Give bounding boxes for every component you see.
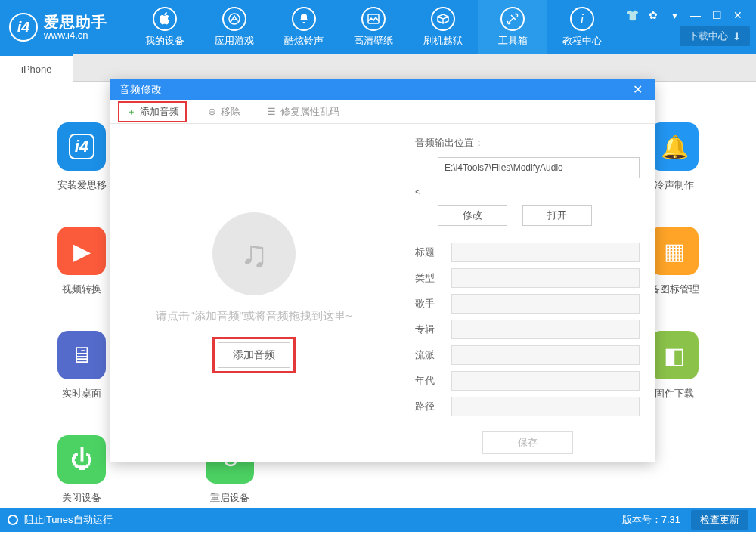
add-file-icon: ＋ <box>125 107 136 117</box>
drop-area[interactable]: ♫ 请点击"添加音频"或将音频拖拽到这里~ 添加音频 <box>110 124 398 462</box>
logo-text: 爱思助手 www.i4.cn <box>44 14 107 41</box>
tool-label: 重启设备 <box>210 491 249 505</box>
logo-icon: i4 <box>9 13 38 42</box>
drop-hint-text: 请点击"添加音频"或将音频拖拽到这里~ <box>156 309 352 323</box>
fix-label: 修复属性乱码 <box>280 105 339 119</box>
remove-icon: ⊖ <box>206 107 217 117</box>
appstore-icon <box>222 7 246 31</box>
tool-label: 备图标管理 <box>650 283 699 296</box>
logo-url: www.i4.cn <box>44 30 107 41</box>
maximize-icon[interactable]: ☐ <box>709 8 724 22</box>
tabs-bar: iPhone <box>0 54 756 82</box>
modify-path-button[interactable]: 修改 <box>438 205 507 226</box>
info-icon: i <box>570 7 594 31</box>
music-note-icon: ♫ <box>212 212 296 295</box>
field-path: 路径 <box>415 397 640 416</box>
tab-iphone[interactable]: iPhone <box>0 54 73 82</box>
download-center-button[interactable]: 下载中心 ⬇ <box>680 26 750 46</box>
field-label: 年代 <box>415 374 441 388</box>
audio-modify-dialog: 音频修改 ✕ ＋ 添加音频 ⊖ 移除 ☰ 修复属性乱码 ♫ 请点击"添加音频"或… <box>110 79 655 462</box>
field-label: 流派 <box>415 348 441 362</box>
bell-plus-icon: 🔔 <box>650 122 699 171</box>
version-text: 版本号：7.31 <box>622 513 680 527</box>
close-icon[interactable]: ✕ <box>730 8 745 22</box>
add-audio-center-button[interactable]: 添加音频 <box>218 342 290 368</box>
nav-apps[interactable]: 应用游戏 <box>200 0 269 54</box>
album-input[interactable] <box>451 320 640 339</box>
save-button[interactable]: 保存 <box>482 431 573 454</box>
path-input[interactable] <box>451 397 640 416</box>
bell-icon <box>292 7 316 31</box>
field-type: 类型 <box>415 268 640 288</box>
output-section: 音频输出位置： E:\i4Tools7\Files\ModifyAudio < … <box>415 136 640 226</box>
genre-input[interactable] <box>451 345 640 365</box>
power-icon: ⏻ <box>57 435 106 484</box>
add-audio-button[interactable]: ＋ 添加音频 <box>118 101 187 122</box>
tools-icon <box>500 7 525 31</box>
nav-label: 教程中心 <box>562 34 602 48</box>
dialog-title: 音频修改 <box>119 83 162 97</box>
status-left: 阻止iTunes自动运行 <box>8 513 113 527</box>
svg-point-0 <box>229 14 240 24</box>
status-bar: 阻止iTunes自动运行 版本号：7.31 检查更新 <box>0 508 756 532</box>
tool-label: 固件下载 <box>655 387 694 400</box>
tool-install[interactable]: i4 安装爱思移 <box>45 122 118 192</box>
artist-input[interactable] <box>451 294 640 314</box>
app-logo: i4 爱思助手 www.i4.cn <box>9 13 107 42</box>
fix-encoding-button[interactable]: ☰ 修复属性乱码 <box>260 103 345 121</box>
check-update-button[interactable]: 检查更新 <box>691 510 748 530</box>
image-icon <box>361 7 386 31</box>
shirt-icon[interactable]: 👕 <box>624 8 640 22</box>
settings-icon[interactable]: ✿ <box>646 8 661 22</box>
output-path-field[interactable]: E:\i4Tools7\Files\ModifyAudio <box>438 157 640 178</box>
field-genre: 流派 <box>415 345 640 365</box>
itunes-block-label[interactable]: 阻止iTunes自动运行 <box>24 513 113 527</box>
nav-label: 工具箱 <box>498 34 528 48</box>
header-right: 👕 ✿ ▾ — ☐ ✕ 下载中心 ⬇ <box>624 8 750 46</box>
minimize-icon[interactable]: — <box>688 8 703 22</box>
i4-icon: i4 <box>57 122 106 171</box>
nav-toolbox[interactable]: 工具箱 <box>478 0 547 54</box>
type-input[interactable] <box>451 268 640 288</box>
download-icon: ⬇ <box>733 31 741 42</box>
field-album: 专辑 <box>415 320 640 339</box>
nav-label: 应用游戏 <box>215 34 254 48</box>
logo-title: 爱思助手 <box>44 14 107 30</box>
nav-ringtones[interactable]: 酷炫铃声 <box>269 0 339 54</box>
add-audio-label: 添加音频 <box>140 105 179 119</box>
dialog-titlebar: 音频修改 ✕ <box>110 79 655 100</box>
tool-label: 关闭设备 <box>62 491 101 505</box>
nav-jailbreak[interactable]: 刷机越狱 <box>408 0 478 54</box>
nav-label: 高清壁纸 <box>354 34 393 48</box>
remove-button[interactable]: ⊖ 移除 <box>200 103 246 121</box>
field-label: 类型 <box>415 271 441 285</box>
field-label: 路径 <box>415 400 441 413</box>
tool-shutdown[interactable]: ⏻ 关闭设备 <box>45 435 118 505</box>
monitor-icon: 🖥 <box>57 331 106 379</box>
tool-label: 冷声制作 <box>655 178 694 192</box>
dropdown-icon[interactable]: ▾ <box>667 8 682 22</box>
tool-video-convert[interactable]: ▶ 视频转换 <box>45 227 118 296</box>
field-label: 专辑 <box>415 323 441 336</box>
open-path-button[interactable]: 打开 <box>522 205 592 226</box>
year-input[interactable] <box>451 371 640 391</box>
window-controls: 👕 ✿ ▾ — ☐ ✕ <box>624 8 750 22</box>
nav-tutorials[interactable]: i 教程中心 <box>547 0 617 54</box>
add-audio-highlight: 添加音频 <box>212 337 296 373</box>
nav-label: 刷机越狱 <box>423 34 463 48</box>
fix-icon: ☰ <box>266 107 277 117</box>
main-nav: 我的设备 应用游戏 酷炫铃声 高清壁纸 刷机越狱 工具箱 i 教程中心 <box>130 0 617 54</box>
nav-label: 我的设备 <box>145 34 184 48</box>
play-icon: ▶ <box>57 227 106 275</box>
nav-wallpapers[interactable]: 高清壁纸 <box>339 0 408 54</box>
output-label: 音频输出位置： <box>415 136 640 150</box>
dialog-close-button[interactable]: ✕ <box>629 82 646 98</box>
app-header: i4 爱思助手 www.i4.cn 我的设备 应用游戏 酷炫铃声 高清壁纸 刷机… <box>0 0 756 54</box>
tool-label: 安装爱思移 <box>57 178 107 192</box>
tool-realtime-desktop[interactable]: 🖥 实时桌面 <box>45 331 118 400</box>
dialog-body: ♫ 请点击"添加音频"或将音频拖拽到这里~ 添加音频 音频输出位置： E:\i4… <box>110 124 655 462</box>
nav-my-device[interactable]: 我的设备 <box>130 0 200 54</box>
field-title: 标题 <box>415 243 640 262</box>
box-icon <box>431 7 455 31</box>
title-input[interactable] <box>451 243 640 262</box>
